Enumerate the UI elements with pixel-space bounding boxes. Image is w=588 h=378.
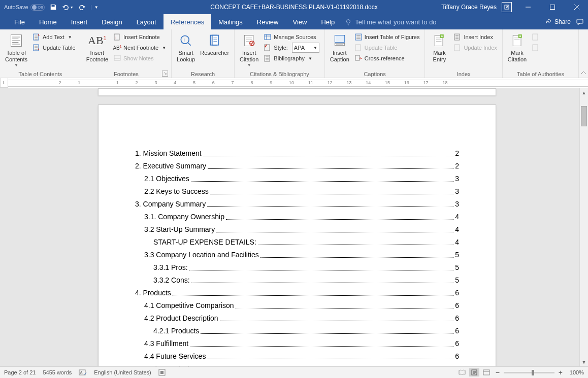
tab-help[interactable]: Help [314,14,342,29]
scroll-down-icon[interactable]: ▼ [580,358,588,366]
redo-icon[interactable] [79,4,86,11]
toc-text: 4.3 Fulfillment [144,338,188,349]
toc-entry[interactable]: 4. Products6 [135,288,459,298]
cross-ref-icon [354,54,363,62]
insert-index-button[interactable]: Insert Index [451,32,499,42]
bibliography-button[interactable]: Bibliography▼ [262,53,321,63]
researcher-button[interactable]: Researcher [198,30,231,70]
scroll-thumb[interactable] [581,106,587,126]
autosave-label: AutoSave [4,4,28,10]
tab-design[interactable]: Design [94,14,129,29]
mark-entry-button[interactable]: Mark Entry [428,30,450,70]
toc-entry[interactable]: 4.4 Future Services6 [135,351,459,361]
footnotes-dialog-launcher[interactable]: ↘ [162,71,168,77]
style-dropdown[interactable]: Style:APA▼ [262,43,321,53]
collapse-ribbon-button[interactable] [579,29,588,78]
ribbon-display-options-icon[interactable] [502,2,512,12]
toc-entry[interactable]: 4.1 Competitive Comparison6 [135,300,459,311]
ruler[interactable]: L 21123456789101112131415161718 [0,78,588,88]
spellcheck-icon[interactable] [79,369,87,376]
autosave-toggle[interactable]: AutoSave Off [4,4,45,11]
zoom-in-button[interactable]: + [559,368,563,376]
toc-entry[interactable]: 3.3 Company Location and Facilities5 [135,250,459,260]
comments-icon[interactable] [576,18,584,26]
insert-footnote-button[interactable]: AB1 Insert Footnote [84,30,110,70]
zoom-level[interactable]: 100% [567,369,584,375]
tab-home[interactable]: Home [32,14,64,29]
toc-entry[interactable]: 3.3.1 Pros:5 [135,262,459,272]
page-indicator[interactable]: Page 2 of 21 [4,369,36,375]
toc-entry[interactable]: 2. Executive Summary2 [135,161,459,171]
toc-entry[interactable]: 1. Mission Statement2 [135,148,459,158]
vertical-scrollbar[interactable]: ▲ ▼ [579,88,588,366]
ruler-number: 16 [404,80,409,85]
manage-sources-button[interactable]: Manage Sources [262,32,321,42]
qat-customize-icon[interactable]: ▼ [91,5,99,10]
toc-text: 3. Company Summary [135,199,206,209]
toc-entry[interactable]: 4.2 Product Description6 [135,313,459,323]
toc-text: 3.3.1 Pros: [153,262,188,272]
toc-entry[interactable]: 3.3.2 Cons:5 [135,275,459,285]
insert-endnote-button[interactable]: iInsert Endnote [111,32,168,42]
update-table-button[interactable]: Update Table [30,43,78,53]
tab-layout[interactable]: Layout [129,14,164,29]
toa-icon [532,33,540,41]
toc-entry[interactable]: 3.1. Company Ownership4 [135,212,459,222]
macro-icon[interactable] [158,369,166,376]
svg-rect-3 [577,19,583,23]
insert-table-of-figures-button[interactable]: Insert Table of Figures [352,32,422,42]
toc-text: 4.2 Product Description [144,313,218,323]
group-label-citations: Citations & Bibliography [238,70,321,78]
ruler-number: 14 [366,80,371,85]
smart-lookup-button[interactable]: i Smart Lookup [175,30,197,70]
tab-mailings[interactable]: Mailings [211,14,250,29]
svg-rect-31 [533,45,538,51]
toc-entry[interactable]: 3. Company Summary3 [135,199,459,209]
ruler-number: 4 [174,80,176,85]
document-area[interactable]: 1. Mission Statement22. Executive Summar… [0,88,588,366]
maximize-button[interactable] [541,0,564,14]
toc-entry[interactable]: START-UP EXPENSE DETAILS:4 [135,237,459,247]
minimize-button[interactable] [517,0,539,14]
scroll-up-icon[interactable]: ▲ [580,88,588,97]
tab-review[interactable]: Review [250,14,286,29]
add-text-button[interactable]: Add Text▼ [30,32,78,42]
cross-reference-button[interactable]: Cross-reference [352,53,422,63]
toc-text: 4.1 Competitive Comparison [144,300,234,311]
svg-rect-9 [114,55,120,60]
next-footnote-button[interactable]: AB1Next Footnote▼ [111,43,168,53]
toc-entry[interactable]: 4.2.1 Products6 [135,326,459,336]
save-icon[interactable] [50,4,57,11]
ruler-number: 5 [193,80,195,85]
zoom-out-button[interactable]: − [496,368,500,376]
toc-entry[interactable]: 2.1 Objectives3 [135,174,459,184]
zoom-slider[interactable] [504,372,554,373]
close-button[interactable] [566,0,588,14]
insert-citation-button[interactable]: Insert Citation ▼ [238,30,260,70]
tab-references[interactable]: References [164,14,211,29]
toc-entry[interactable]: 4.3 Fulfillment6 [135,338,459,349]
toc-entry[interactable]: 2.2 Keys to Success3 [135,186,459,196]
toc-leader [203,148,453,156]
toc-entry[interactable]: 3.2 Start-Up Summary4 [135,224,459,234]
mark-citation-button[interactable]: Mark Citation [506,30,529,70]
user-name[interactable]: Tiffany Grace Reyes [441,4,497,11]
insert-caption-button[interactable]: Insert Caption [328,30,351,70]
tab-insert[interactable]: Insert [64,14,95,29]
tab-selector[interactable]: L [0,78,8,88]
tell-me-search[interactable]: Tell me what you want to do [345,14,436,29]
tab-view[interactable]: View [285,14,314,29]
web-layout-icon[interactable] [481,368,492,376]
document-page[interactable]: 1. Mission Statement22. Executive Summar… [98,105,496,366]
svg-rect-34 [160,371,164,374]
toc-entry[interactable]: 5. Market Analysis Summary7 [135,364,459,366]
undo-icon[interactable]: ▼ [62,4,74,11]
svg-rect-19 [335,36,344,43]
print-layout-icon[interactable] [469,368,479,376]
tab-file[interactable]: File [7,14,32,29]
language-indicator[interactable]: English (United States) [94,369,151,375]
share-button[interactable]: Share [542,18,574,25]
read-mode-icon[interactable] [457,368,467,376]
word-count[interactable]: 5455 words [43,369,72,375]
table-of-contents-button[interactable]: Table of Contents ▼ [3,30,29,70]
